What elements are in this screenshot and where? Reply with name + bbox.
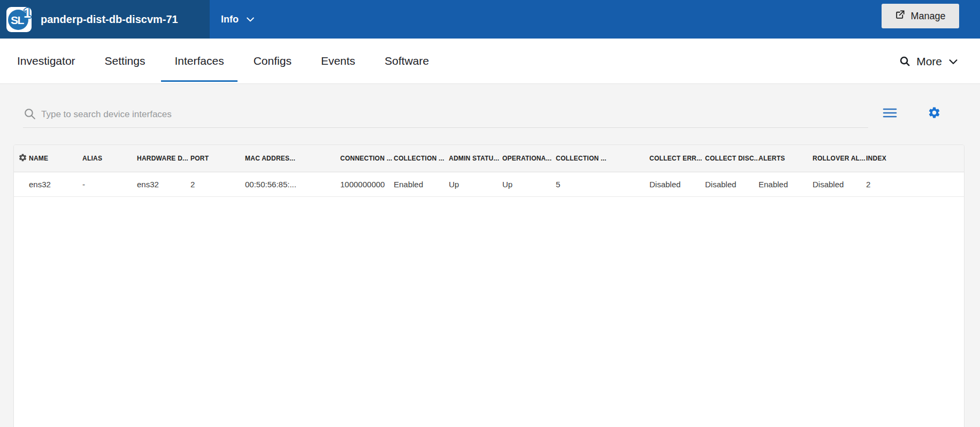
cell-rollover-alerts: Disabled bbox=[813, 172, 866, 196]
column-header-rollover-alerts[interactable]: ROLLOVER AL... bbox=[813, 145, 866, 172]
column-header-port[interactable]: PORT bbox=[190, 145, 245, 172]
column-header-admin-status[interactable]: ADMIN STATU... bbox=[449, 145, 502, 172]
tab-events[interactable]: Events bbox=[308, 39, 369, 82]
column-header-index[interactable]: INDEX bbox=[866, 145, 964, 172]
column-header-alerts[interactable]: ALERTS bbox=[759, 145, 813, 172]
cell-alerts: Enabled bbox=[759, 172, 813, 196]
tabs-group: Investigator Settings Interfaces Configs… bbox=[4, 39, 445, 82]
app-root: SL 1 panderp-dist-db-discvm-71 Info Mana… bbox=[0, 0, 980, 427]
column-header-collection-2[interactable]: COLLECTION ... bbox=[556, 145, 649, 172]
column-header-mac[interactable]: MAC ADDRES... bbox=[245, 145, 340, 172]
cell-port: 2 bbox=[190, 172, 245, 196]
interfaces-content: NAME ALIAS HARDWARE D... PORT MAC ADDRES… bbox=[0, 84, 980, 427]
interface-search-bar bbox=[23, 102, 868, 128]
column-header-alias[interactable]: ALIAS bbox=[82, 145, 137, 172]
tab-configs[interactable]: Configs bbox=[240, 39, 305, 82]
cell-spacer bbox=[14, 172, 29, 196]
device-header-section: SL 1 panderp-dist-db-discvm-71 bbox=[0, 0, 210, 39]
chevron-down-icon bbox=[947, 56, 959, 67]
more-menu-button[interactable]: More bbox=[899, 39, 959, 82]
column-header-collect-errors[interactable]: COLLECT ERR... bbox=[649, 145, 705, 172]
column-header-hardware[interactable]: HARDWARE D... bbox=[137, 145, 190, 172]
device-name-title: panderp-dist-db-discvm-71 bbox=[41, 13, 178, 26]
manage-button-label: Manage bbox=[910, 11, 945, 22]
tab-settings[interactable]: Settings bbox=[91, 39, 159, 82]
top-header-bar: SL 1 panderp-dist-db-discvm-71 Info Mana… bbox=[0, 0, 980, 39]
sl1-logo-sup: 1 bbox=[24, 5, 31, 21]
cell-hardware: ens32 bbox=[137, 172, 190, 196]
tab-investigator[interactable]: Investigator bbox=[4, 39, 89, 82]
sl1-logo-text: SL bbox=[11, 14, 24, 27]
column-header-connection[interactable]: CONNECTION ... bbox=[340, 145, 394, 172]
tab-software[interactable]: Software bbox=[371, 39, 442, 82]
column-header-operational[interactable]: OPERATIONA... bbox=[502, 145, 556, 172]
cell-collect-discards: Disabled bbox=[705, 172, 759, 196]
cell-index: 2 bbox=[866, 172, 964, 196]
table-header-row: NAME ALIAS HARDWARE D... PORT MAC ADDRES… bbox=[14, 145, 964, 172]
device-tab-bar: Investigator Settings Interfaces Configs… bbox=[0, 39, 980, 84]
cell-collect-errors: Disabled bbox=[649, 172, 705, 196]
column-header-collection[interactable]: COLLECTION ... bbox=[394, 145, 449, 172]
chevron-down-icon bbox=[245, 14, 256, 25]
interfaces-table-card: NAME ALIAS HARDWARE D... PORT MAC ADDRES… bbox=[13, 144, 964, 427]
cell-name: ens32 bbox=[29, 172, 82, 196]
column-settings-gear-icon[interactable] bbox=[14, 145, 29, 172]
cell-mac: 00:50:56:85:... bbox=[245, 172, 340, 196]
more-menu-label: More bbox=[916, 55, 942, 68]
info-dropdown-label: Info bbox=[221, 14, 239, 25]
grid-settings-button[interactable] bbox=[928, 106, 941, 119]
column-header-name[interactable]: NAME bbox=[29, 145, 82, 172]
tab-interfaces[interactable]: Interfaces bbox=[161, 39, 237, 82]
cell-admin-status: Up bbox=[449, 172, 502, 196]
search-icon bbox=[23, 107, 36, 123]
cell-operational: Up bbox=[502, 172, 556, 196]
cell-collection-2: 5 bbox=[556, 172, 649, 196]
list-view-button[interactable] bbox=[883, 108, 897, 118]
list-icon bbox=[883, 112, 897, 120]
search-icon bbox=[899, 55, 911, 67]
cell-connection: 1000000000 bbox=[340, 172, 394, 196]
cell-collection: Enabled bbox=[394, 172, 449, 196]
column-header-collect-discards[interactable]: COLLECT DISC... bbox=[705, 145, 759, 172]
cell-alias: - bbox=[82, 172, 137, 196]
search-input[interactable] bbox=[41, 109, 868, 120]
manage-button[interactable]: Manage bbox=[882, 4, 959, 28]
table-row[interactable]: ens32 - ens32 2 00:50:56:85:... 10000000… bbox=[14, 172, 964, 196]
info-dropdown-button[interactable]: Info bbox=[221, 14, 256, 25]
external-link-icon bbox=[895, 10, 905, 22]
interfaces-table: NAME ALIAS HARDWARE D... PORT MAC ADDRES… bbox=[14, 145, 964, 197]
sl1-logo: SL 1 bbox=[6, 7, 32, 32]
settings-gear-icon bbox=[928, 113, 941, 121]
sl1-logo-circle: SL 1 bbox=[8, 10, 28, 30]
